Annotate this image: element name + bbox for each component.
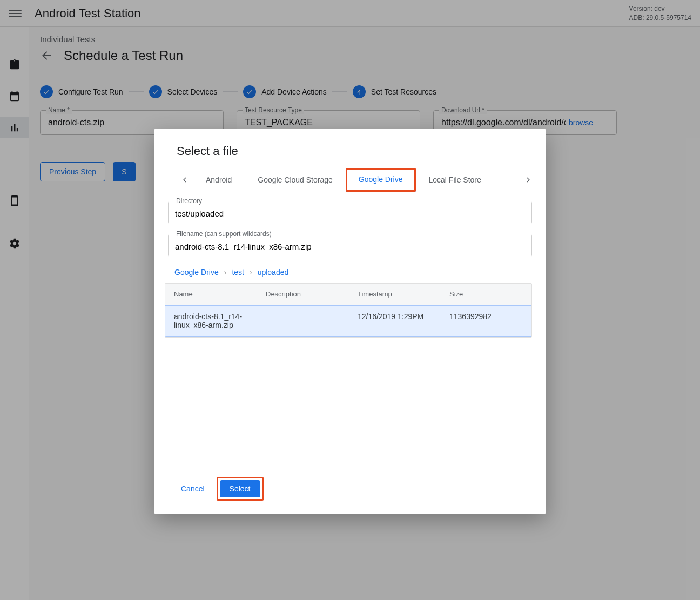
breadcrumb-link[interactable]: Google Drive — [174, 268, 219, 277]
breadcrumb-link[interactable]: test — [232, 268, 244, 277]
directory-field[interactable]: Directory — [168, 201, 532, 224]
chevron-right-icon: › — [224, 268, 227, 277]
cancel-button[interactable]: Cancel — [177, 481, 209, 496]
file-breadcrumb: Google Drive › test › uploaded — [168, 267, 532, 283]
select-button[interactable]: Select — [220, 480, 260, 497]
column-header-size: Size — [449, 290, 523, 298]
chevron-right-icon: › — [250, 268, 252, 277]
tab-google-cloud-storage[interactable]: Google Cloud Storage — [245, 168, 346, 192]
tab-google-drive[interactable]: Google Drive — [346, 168, 416, 192]
tab-android[interactable]: Android — [193, 168, 245, 192]
tab-scroll-left-icon[interactable] — [177, 168, 193, 191]
select-button-highlight: Select — [217, 477, 264, 501]
modal-scrim: Select a file Android Google Cloud Stora… — [0, 0, 700, 600]
directory-input[interactable] — [169, 201, 531, 224]
filename-input[interactable] — [169, 234, 531, 257]
select-file-dialog: Select a file Android Google Cloud Stora… — [154, 129, 546, 514]
column-header-name: Name — [174, 290, 266, 298]
tab-scroll-right-icon[interactable] — [520, 168, 536, 191]
filename-field[interactable]: Filename (can support wildcards) — [168, 234, 532, 257]
dialog-title: Select a file — [154, 144, 546, 168]
tab-local-file-store[interactable]: Local File Store — [416, 168, 494, 192]
file-table: Name Description Timestamp Size android-… — [165, 283, 532, 338]
column-header-description: Description — [266, 290, 358, 298]
table-row[interactable]: android-cts-8.1_r14-linux_x86-arm.zip 12… — [165, 305, 531, 337]
column-header-timestamp: Timestamp — [358, 290, 449, 298]
breadcrumb-link[interactable]: uploaded — [258, 268, 289, 277]
